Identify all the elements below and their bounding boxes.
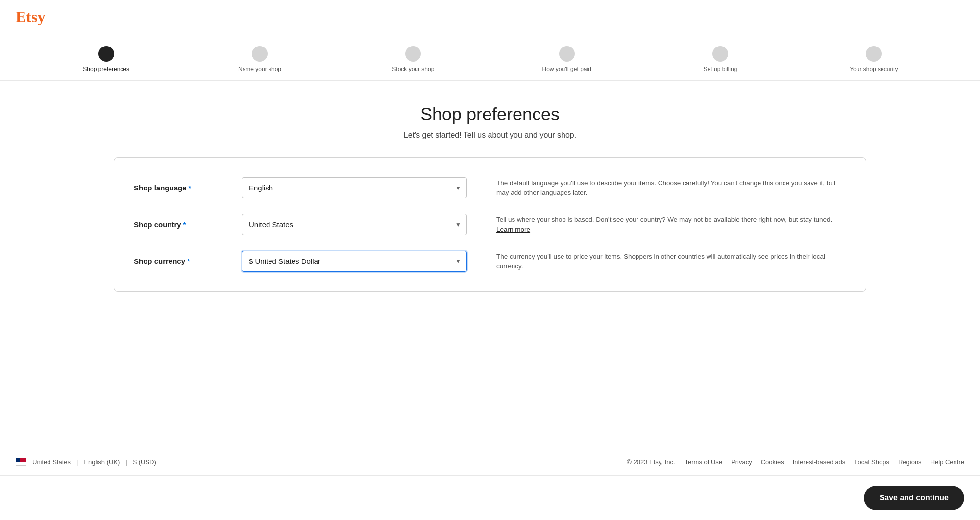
language-row: Shop language * English French German Sp… — [134, 177, 846, 198]
language-required: * — [189, 184, 191, 192]
save-bar: Save and continue — [0, 475, 980, 520]
step-label-5: Set up billing — [704, 66, 737, 72]
page-title: Shop preferences — [114, 104, 866, 125]
currency-required: * — [187, 258, 190, 265]
step-dot-1 — [98, 46, 114, 62]
step-get-paid: How you'll get paid — [490, 46, 643, 72]
footer-divider-1: | — [76, 458, 78, 466]
footer-link-terms[interactable]: Terms of Use — [685, 458, 723, 466]
footer-copyright: © 2023 Etsy, Inc. — [627, 458, 675, 466]
language-select[interactable]: English French German Spanish Italian Ja… — [242, 177, 467, 198]
stepper: Shop preferences Name your shop Stock yo… — [29, 46, 951, 80]
currency-label: Shop currency * — [134, 257, 242, 265]
learn-more-link[interactable]: Learn more — [496, 226, 530, 233]
step-dot-4 — [559, 46, 575, 62]
footer-link-regions[interactable]: Regions — [898, 458, 922, 466]
header: Etsy — [0, 0, 980, 34]
stepper-container: Shop preferences Name your shop Stock yo… — [0, 34, 980, 81]
footer-left: United States | English (UK) | $ (USD) — [16, 458, 156, 466]
step-dot-2 — [252, 46, 268, 62]
step-label-2: Name your shop — [238, 66, 281, 72]
country-required: * — [183, 221, 186, 229]
currency-help: The currency you'll use to price your it… — [467, 251, 846, 272]
page-subtitle: Let's get started! Tell us about you and… — [114, 131, 866, 140]
currency-select-wrapper: $ United States Dollar £ British Pound €… — [242, 251, 467, 272]
footer-country: United States — [32, 458, 71, 466]
step-security: Your shop security — [797, 46, 951, 72]
footer-divider-2: | — [125, 458, 127, 466]
step-shop-preferences: Shop preferences — [29, 46, 183, 72]
country-select[interactable]: United States United Kingdom Canada Aust… — [242, 214, 467, 235]
footer-right: © 2023 Etsy, Inc. Terms of Use Privacy C… — [627, 458, 964, 466]
save-continue-button[interactable]: Save and continue — [864, 486, 964, 510]
footer-language: English (UK) — [84, 458, 120, 466]
step-stock-shop: Stock your shop — [337, 46, 490, 72]
footer: United States | English (UK) | $ (USD) ©… — [0, 448, 980, 475]
currency-row: Shop currency * $ United States Dollar £… — [134, 251, 846, 272]
step-billing: Set up billing — [643, 46, 797, 72]
country-select-wrapper: United States United Kingdom Canada Aust… — [242, 214, 467, 235]
footer-link-help[interactable]: Help Centre — [931, 458, 964, 466]
step-name-shop: Name your shop — [183, 46, 336, 72]
language-select-wrapper: English French German Spanish Italian Ja… — [242, 177, 467, 198]
step-label-1: Shop preferences — [83, 66, 129, 72]
country-help: Tell us where your shop is based. Don't … — [467, 214, 846, 235]
country-row: Shop country * United States United King… — [134, 214, 846, 235]
step-label-3: Stock your shop — [392, 66, 434, 72]
currency-form-left: Shop currency * $ United States Dollar £… — [134, 251, 467, 272]
language-label: Shop language * — [134, 184, 242, 192]
form-card: Shop language * English French German Sp… — [114, 157, 866, 292]
currency-select[interactable]: $ United States Dollar £ British Pound €… — [242, 251, 467, 272]
main-content: Shop preferences Let's get started! Tell… — [98, 81, 882, 448]
footer-link-cookies[interactable]: Cookies — [761, 458, 784, 466]
step-label-6: Your shop security — [850, 66, 898, 72]
etsy-logo[interactable]: Etsy — [16, 8, 45, 25]
step-dot-3 — [405, 46, 421, 62]
country-label: Shop country * — [134, 220, 242, 229]
footer-link-local-shops[interactable]: Local Shops — [854, 458, 889, 466]
footer-currency: $ (USD) — [133, 458, 156, 466]
footer-link-privacy[interactable]: Privacy — [731, 458, 752, 466]
language-form-left: Shop language * English French German Sp… — [134, 177, 467, 198]
footer-link-interest[interactable]: Interest-based ads — [793, 458, 846, 466]
footer-links: Terms of Use Privacy Cookies Interest-ba… — [685, 458, 965, 466]
country-form-left: Shop country * United States United King… — [134, 214, 467, 235]
language-help: The default language you'll use to descr… — [467, 177, 846, 198]
step-dot-6 — [866, 46, 882, 62]
step-label-4: How you'll get paid — [542, 66, 591, 72]
flag-icon — [16, 458, 26, 466]
step-dot-5 — [712, 46, 728, 62]
